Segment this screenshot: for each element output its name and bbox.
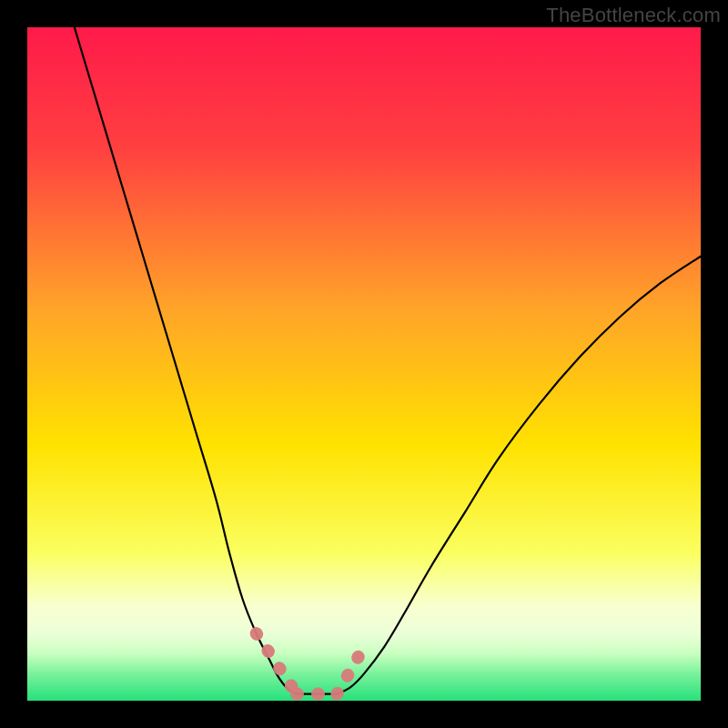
plot-area <box>27 27 701 701</box>
chart-frame: TheBottleneck.com <box>0 0 728 728</box>
gradient-background <box>27 27 701 701</box>
chart-svg <box>27 27 701 701</box>
watermark-text: TheBottleneck.com <box>546 4 721 27</box>
